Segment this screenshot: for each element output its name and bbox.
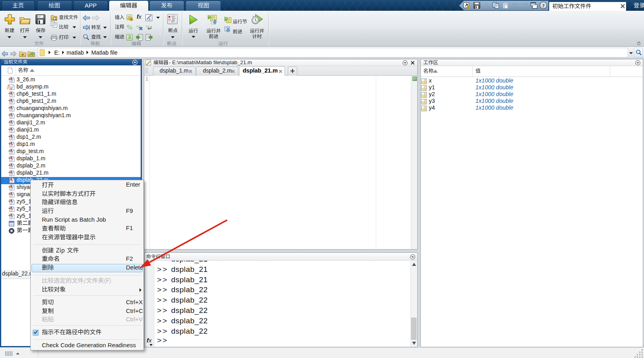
- svg-text:x: x: [10, 86, 12, 90]
- svg-text:%: %: [146, 24, 150, 30]
- svg-text:?: ?: [542, 3, 544, 8]
- svg-text:fi: fi: [149, 18, 150, 21]
- svg-text:%: %: [127, 24, 132, 31]
